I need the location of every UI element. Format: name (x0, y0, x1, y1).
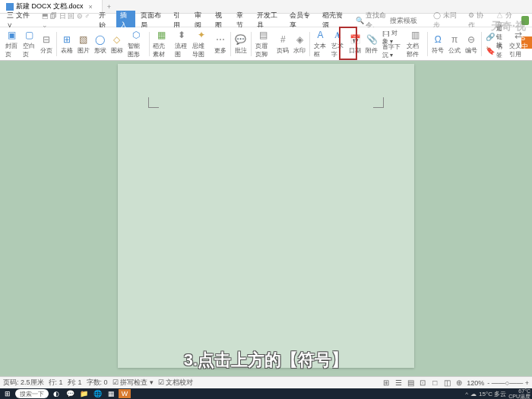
shape-icon: ◯ (94, 33, 106, 46)
link-icon: 🔗 (486, 33, 495, 42)
tutorial-instruction: 3.点击上方的【符号】 (184, 349, 348, 372)
flow-icon: ⬍ (176, 30, 188, 41)
symbol-button[interactable]: Ω符号 (429, 29, 446, 59)
watermark-button[interactable]: ◈水印 (291, 29, 308, 59)
status-bar: 页码: 2.5厘米 行: 1 列: 1 字数: 0 ☑ 拼写检查 ▾ ☑ 文档校… (0, 376, 532, 388)
blank-icon: ▢ (24, 30, 36, 41)
attach-button[interactable]: 📎附件 (363, 29, 380, 59)
view-icon-4[interactable]: ⊡ (418, 378, 427, 388)
flowchart-button[interactable]: ⬍流程图 (173, 29, 190, 59)
document-canvas[interactable] (0, 61, 532, 368)
new-tab-button[interactable]: + (103, 3, 116, 11)
start-button[interactable]: ⊞ (2, 389, 14, 398)
cover-page-button[interactable]: ▣封面页 (3, 29, 21, 59)
doc-icon (6, 3, 14, 11)
date-button[interactable]: 📅日期 (347, 29, 363, 59)
view-icon-7[interactable]: ⊕ (454, 378, 464, 388)
view-icon-5[interactable]: □ (430, 378, 439, 388)
blank-page-button[interactable]: ▢空白页 (21, 29, 38, 59)
task-icon-5[interactable]: ▦ (105, 389, 117, 398)
task-icon-2[interactable]: 💬 (64, 389, 76, 398)
docpart-icon: ▥ (409, 30, 421, 41)
mindmap-button[interactable]: ✦思维导图 (190, 29, 212, 59)
bookmark-icon: 🔖 (486, 46, 495, 55)
attach-icon: 📎 (366, 33, 378, 46)
close-tab-icon[interactable]: × (86, 3, 96, 11)
cover-icon: ▣ (6, 30, 18, 41)
more-icon: ⋯ (214, 33, 226, 46)
margin-corner-tl (148, 97, 159, 108)
margin-corner-tr (373, 97, 384, 108)
task-icon-1[interactable]: ◐ (50, 389, 62, 398)
search-icon: 🔍 (356, 17, 364, 24)
symbol-icon: Ω (432, 33, 444, 46)
page (118, 64, 414, 368)
date-icon: 📅 (349, 33, 361, 46)
break-icon: ⊟ (40, 33, 52, 46)
bookmark-button[interactable]: 🔖书签 (483, 44, 507, 58)
page-break-button[interactable]: ⊟分页 (38, 29, 55, 59)
status-row: 行: 1 (49, 378, 63, 388)
view-icon-6[interactable]: ◫ (442, 378, 451, 388)
view-icon-3[interactable]: ▤ (406, 378, 415, 388)
mind-icon: ✦ (195, 30, 207, 41)
smartart-button[interactable]: ⬡智能图形 (125, 29, 147, 59)
status-page: 页码: 2.5厘米 (3, 378, 44, 388)
table-button[interactable]: ⊞表格 (59, 29, 75, 59)
weather-text: 15°C 多云 (479, 390, 506, 398)
more-button[interactable]: ⋯更多 (212, 29, 229, 59)
shape-button[interactable]: ◯形状 (92, 29, 109, 59)
wordart-button[interactable]: 𝐀艺术字 (329, 29, 347, 59)
wordart-icon: 𝐀 (332, 30, 344, 41)
equation-button[interactable]: π公式 (446, 29, 463, 59)
smart-icon: ⬡ (130, 30, 142, 41)
status-words: 字数: 0 (87, 378, 108, 388)
table-icon: ⊞ (61, 33, 73, 46)
textbox-button[interactable]: A文本框 (312, 29, 329, 59)
icon-button[interactable]: ◇图标 (109, 29, 125, 59)
view-icon-2[interactable]: ☰ (394, 378, 403, 388)
taskbar-search[interactable]: 搜索一下 (15, 389, 49, 398)
comment-button[interactable]: 💬批注 (233, 29, 249, 59)
search-input[interactable] (390, 17, 428, 24)
status-col: 列: 1 (68, 378, 82, 388)
task-wps[interactable]: W (119, 389, 131, 398)
numbering-button[interactable]: ⊖编号 (463, 29, 480, 59)
icon-icon: ◇ (111, 33, 123, 46)
task-icon-3[interactable]: 📁 (78, 389, 90, 398)
status-spell[interactable]: ☑ 拼写检查 ▾ (112, 378, 154, 388)
system-tray[interactable]: ^ ☁ 15°C 多云 67°C CPU温度 (465, 388, 530, 399)
ribbon-insert: ▣封面页 ▢空白页 ⊟分页 ⊞表格 ▧图片 ◯形状 ◇图标 ⬡智能图形 ▦稻壳素… (0, 27, 532, 61)
header-footer-button[interactable]: ▤页眉页脚 (253, 29, 275, 59)
zoom-level[interactable]: 120% (467, 379, 484, 387)
weather-icon: ☁ (470, 391, 477, 397)
dropcap-button[interactable]: 首字下沉 ▾ (380, 44, 404, 58)
menu-bar: 三 文件 ∨ ⬒ 🗐 日 回 ⊝ ♂ ⌄ 开始 插入 页面布局 引用 审阅 视图… (0, 14, 532, 27)
pagenum-icon: # (277, 33, 289, 46)
view-icon-1[interactable]: ⊞ (382, 378, 391, 388)
picture-icon: ▧ (78, 33, 90, 46)
equation-icon: π (448, 33, 461, 46)
cpu-temp: 67°C CPU温度 (508, 388, 530, 399)
material-icon: ▦ (156, 30, 168, 41)
status-proof[interactable]: ☑ 文档校对 (158, 378, 194, 388)
docpart-button[interactable]: ▥文档部件 (404, 29, 426, 59)
headfoot-icon: ▤ (258, 30, 270, 41)
number-icon: ⊖ (465, 33, 477, 46)
avatar-icon[interactable] (521, 16, 529, 25)
tray-up-icon: ^ (465, 391, 468, 397)
ime-badge[interactable]: 5 中 (521, 36, 532, 49)
wm-icon: ◈ (293, 33, 306, 46)
task-icon-4[interactable]: 🌐 (91, 389, 103, 398)
page-number-button[interactable]: #页码 (274, 29, 291, 59)
material-button[interactable]: ▦稻壳素材 (150, 29, 173, 59)
windows-taskbar: ⊞ 搜索一下 ◐ 💬 📁 🌐 ▦ W ^ ☁ 15°C 多云 67°C CPU温… (0, 388, 532, 399)
textbox-icon: A (315, 30, 327, 41)
zoom-slider[interactable]: - ——○—— + (487, 379, 529, 387)
comment-icon: 💬 (235, 33, 247, 46)
qat-icons[interactable]: ⬒ 🗐 日 回 ⊝ ♂ ⌄ (38, 11, 94, 29)
picture-button[interactable]: ▧图片 (75, 29, 92, 59)
